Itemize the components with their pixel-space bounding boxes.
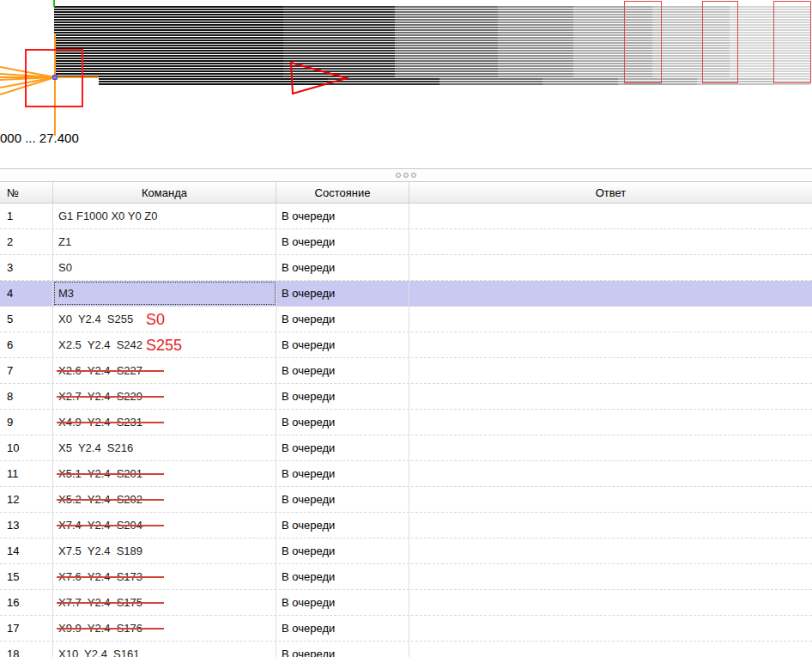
command-cell[interactable]: X10 Y2.4 S161 — [53, 642, 276, 657]
command-cell[interactable]: G1 F1000 X0 Y0 Z0 — [53, 204, 276, 228]
response-cell[interactable] — [409, 307, 812, 332]
table-row[interactable]: 10 X5 Y2.4 S216 В очереди — [0, 435, 812, 461]
response-cell[interactable] — [409, 590, 812, 615]
response-cell[interactable] — [409, 332, 812, 357]
header-response[interactable]: Ответ — [409, 182, 812, 203]
status-cell[interactable]: В очереди — [276, 255, 409, 280]
header-number[interactable]: № — [0, 182, 53, 203]
response-cell[interactable] — [409, 384, 812, 409]
row-number-cell[interactable]: 8 — [0, 384, 53, 409]
row-number-cell[interactable]: 18 — [0, 642, 53, 657]
command-cell[interactable]: X7.6 Y2.4 S173 — [53, 564, 276, 589]
table-row[interactable]: 1 G1 F1000 X0 Y0 Z0 В очереди — [0, 204, 812, 229]
table-row[interactable]: 13 X7.4 Y2.4 S204 В очереди — [0, 513, 812, 538]
splitter-grip[interactable] — [0, 168, 812, 181]
row-number-cell[interactable]: 16 — [0, 590, 53, 615]
response-cell[interactable] — [409, 513, 812, 538]
row-number-cell[interactable]: 14 — [0, 538, 53, 563]
table-row[interactable]: 12 X5.2 Y2.4 S202 В очереди — [0, 487, 812, 513]
status-cell[interactable]: В очереди — [276, 358, 409, 383]
table-row[interactable]: 2 Z1 В очереди — [0, 229, 812, 255]
command-text: X2.5 Y2.4 S242 — [58, 338, 142, 351]
table-row[interactable]: 4 M3 В очереди — [0, 281, 812, 307]
gcode-preview-canvas[interactable]: 000 ... 27.400 000 ... 2.400 000 ... 0.0… — [0, 0, 812, 168]
table-row[interactable]: 11 X5.1 Y2.4 S201 В очереди — [0, 461, 812, 487]
table-row[interactable]: 18 X10 Y2.4 S161 В очереди — [0, 642, 812, 657]
response-cell[interactable] — [409, 229, 812, 254]
status-cell[interactable]: В очереди — [276, 513, 409, 538]
status-cell[interactable]: В очереди — [276, 642, 409, 657]
status-cell[interactable]: В очереди — [276, 590, 409, 615]
row-number-cell[interactable]: 3 — [0, 255, 53, 280]
table-row[interactable]: 15 X7.6 Y2.4 S173 В очереди — [0, 564, 812, 590]
response-cell[interactable] — [409, 564, 812, 589]
table-row[interactable]: 9 X4.9 Y2.4 S231 В очереди — [0, 410, 812, 435]
status-cell[interactable]: В очереди — [276, 229, 409, 254]
row-number-cell[interactable]: 5 — [0, 307, 53, 332]
status-text: В очереди — [282, 441, 335, 454]
response-cell[interactable] — [409, 358, 812, 383]
command-cell[interactable]: X0 Y2.4 S255 S0 — [53, 307, 276, 332]
response-cell[interactable] — [409, 461, 812, 486]
status-cell[interactable]: В очереди — [276, 281, 409, 306]
row-number-cell[interactable]: 11 — [0, 461, 53, 486]
command-cell[interactable]: X2.5 Y2.4 S242 S255 — [53, 332, 276, 357]
status-cell[interactable]: В очереди — [276, 538, 409, 563]
response-cell[interactable] — [409, 487, 812, 512]
row-number-cell[interactable]: 17 — [0, 616, 53, 641]
row-number-cell[interactable]: 12 — [0, 487, 53, 512]
table-row[interactable]: 16 X7.7 Y2.4 S175 В очереди — [0, 590, 812, 616]
command-cell[interactable]: X5.1 Y2.4 S201 — [53, 461, 276, 486]
command-cell[interactable]: X2.7 Y2.4 S229 — [53, 384, 276, 409]
header-state[interactable]: Состояние — [276, 182, 409, 203]
status-cell[interactable]: В очереди — [276, 616, 409, 641]
response-cell[interactable] — [409, 255, 812, 280]
table-row[interactable]: 8 X2.7 Y2.4 S229 В очереди — [0, 384, 812, 410]
command-cell[interactable]: X5 Y2.4 S216 — [53, 435, 276, 460]
command-cell[interactable]: X5.2 Y2.4 S202 — [53, 487, 276, 512]
command-cell[interactable]: X4.9 Y2.4 S231 — [53, 410, 276, 435]
row-number-cell[interactable]: 7 — [0, 358, 53, 383]
command-cell[interactable]: X9.9 Y2.4 S176 — [53, 616, 276, 641]
status-cell[interactable]: В очереди — [276, 564, 409, 589]
row-number-cell[interactable]: 4 — [0, 281, 53, 306]
status-cell[interactable]: В очереди — [276, 332, 409, 357]
row-number: 4 — [7, 287, 13, 300]
status-cell[interactable]: В очереди — [276, 307, 409, 332]
status-cell[interactable]: В очереди — [276, 461, 409, 486]
row-number-cell[interactable]: 10 — [0, 435, 53, 460]
table-row[interactable]: 5 X0 Y2.4 S255 S0 В очереди — [0, 307, 812, 332]
response-cell[interactable] — [409, 538, 812, 563]
table-row[interactable]: 7 X2.6 Y2.4 S227 В очереди — [0, 358, 812, 384]
table-row[interactable]: 6 X2.5 Y2.4 S242 S255 В очереди — [0, 332, 812, 358]
command-cell[interactable]: X7.4 Y2.4 S204 — [53, 513, 276, 538]
row-number-cell[interactable]: 6 — [0, 332, 53, 357]
command-cell[interactable]: M3 — [53, 281, 276, 306]
response-cell[interactable] — [409, 410, 812, 435]
status-cell[interactable]: В очереди — [276, 435, 409, 460]
command-cell[interactable]: X7.5 Y2.4 S189 — [53, 538, 276, 563]
command-cell[interactable]: X7.7 Y2.4 S175 — [53, 590, 276, 615]
command-cell[interactable]: X2.6 Y2.4 S227 — [53, 358, 276, 383]
status-cell[interactable]: В очереди — [276, 204, 409, 228]
row-number: 7 — [7, 364, 13, 377]
response-cell[interactable] — [409, 616, 812, 641]
row-number-cell[interactable]: 15 — [0, 564, 53, 589]
header-command[interactable]: Команда — [53, 182, 276, 203]
status-cell[interactable]: В очереди — [276, 487, 409, 512]
table-row[interactable]: 14 X7.5 Y2.4 S189 В очереди — [0, 538, 812, 564]
status-cell[interactable]: В очереди — [276, 384, 409, 409]
row-number-cell[interactable]: 2 — [0, 229, 53, 254]
response-cell[interactable] — [409, 281, 812, 306]
table-row[interactable]: 3 S0 В очереди — [0, 255, 812, 281]
response-cell[interactable] — [409, 204, 812, 228]
response-cell[interactable] — [409, 435, 812, 460]
table-row[interactable]: 17 X9.9 Y2.4 S176 В очереди — [0, 616, 812, 642]
row-number-cell[interactable]: 1 — [0, 204, 53, 228]
command-cell[interactable]: Z1 — [53, 229, 276, 254]
command-cell[interactable]: S0 — [53, 255, 276, 280]
status-cell[interactable]: В очереди — [276, 410, 409, 435]
response-cell[interactable] — [409, 642, 812, 657]
row-number-cell[interactable]: 13 — [0, 513, 53, 538]
row-number-cell[interactable]: 9 — [0, 410, 53, 435]
